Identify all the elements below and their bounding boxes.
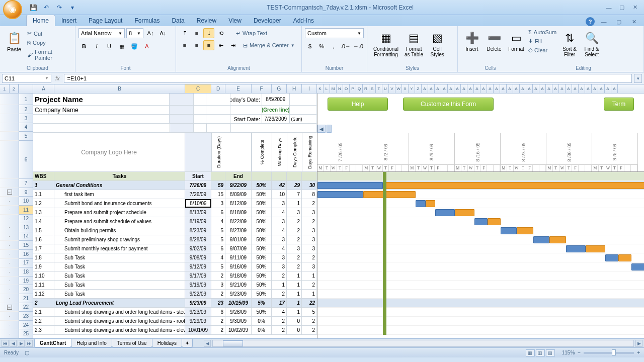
col-header-narrow[interactable]: A <box>605 84 611 93</box>
outline-column[interactable]: −············−··· <box>0 94 19 338</box>
name-box[interactable]: C11▼ <box>2 74 51 83</box>
zoom-level[interactable]: 115% <box>562 350 575 355</box>
col-header-c[interactable]: C <box>185 84 211 93</box>
format-painter-button[interactable]: 🖌Format Painter <box>25 48 72 62</box>
row-header[interactable]: 1 <box>19 94 33 105</box>
row-header[interactable]: 11 <box>19 206 33 215</box>
align-left-button[interactable]: ≡ <box>179 40 190 50</box>
col-header-narrow[interactable]: A <box>539 84 546 93</box>
tab-page-layout[interactable]: Page Layout <box>83 15 128 26</box>
fx-icon[interactable]: fx <box>53 75 62 81</box>
decrease-font-button[interactable]: A↓ <box>157 28 169 38</box>
col-header-narrow[interactable]: A <box>579 84 585 93</box>
decrease-decimal-button[interactable]: ←.0 <box>353 41 364 51</box>
row-header[interactable]: 5 <box>19 132 33 141</box>
col-header-narrow[interactable]: R <box>363 84 369 93</box>
col-header-narrow[interactable]: X <box>402 84 409 93</box>
font-color-button[interactable]: A <box>141 41 152 51</box>
col-header-narrow[interactable]: A <box>559 84 566 93</box>
col-header-narrow[interactable]: A <box>500 84 507 93</box>
zoom-out-button[interactable]: − <box>578 350 581 355</box>
number-format-select[interactable]: Custom▼ <box>305 28 364 38</box>
row-header[interactable]: 23 <box>19 312 33 321</box>
col-header-narrow[interactable]: A <box>513 84 520 93</box>
row-header[interactable]: 4 <box>19 123 33 132</box>
tab-review[interactable]: Review <box>191 15 222 26</box>
tab-insert[interactable]: Insert <box>55 15 83 26</box>
sort-filter-button[interactable]: ⇅Sort & Filter <box>558 28 581 61</box>
tab-developer[interactable]: Developer <box>248 15 287 26</box>
sheet-tab-holidays[interactable]: Holidays <box>152 339 182 347</box>
col-header-narrow[interactable]: U <box>382 84 389 93</box>
find-select-button[interactable]: 🔍Find & Select <box>581 28 603 61</box>
help-icon[interactable]: ? <box>586 17 595 26</box>
tab-data[interactable]: Data <box>166 15 190 26</box>
cell-styles-button[interactable]: ▧Cell Styles <box>426 28 448 61</box>
col-header-e[interactable]: E <box>225 84 252 93</box>
col-header-g[interactable]: G <box>272 84 287 93</box>
qat-dropdown-icon[interactable]: ▾ <box>67 3 77 12</box>
col-header-narrow[interactable]: A <box>494 84 500 93</box>
col-header-narrow[interactable]: A <box>461 84 467 93</box>
outline-level-header[interactable]: 12 <box>0 84 19 93</box>
col-header-narrow[interactable]: A <box>526 84 533 93</box>
row-header[interactable]: 9 <box>19 188 33 197</box>
col-header-narrow[interactable]: L <box>324 84 330 93</box>
row-header[interactable]: 18 <box>19 267 33 277</box>
formula-input[interactable]: =E10+1 <box>64 74 632 83</box>
col-header-narrow[interactable]: P <box>350 84 356 93</box>
next-sheet-button[interactable]: ▶ <box>18 340 25 347</box>
col-header-narrow[interactable]: A <box>507 84 513 93</box>
increase-indent-button[interactable]: ⇥ <box>227 40 238 50</box>
tab-home[interactable]: Home <box>26 15 55 26</box>
col-header-narrow[interactable]: A <box>448 84 454 93</box>
normal-view-button[interactable]: ▦ <box>526 349 535 356</box>
row-header[interactable]: 20 <box>19 285 33 294</box>
col-header-narrow[interactable]: A <box>592 84 598 93</box>
last-sheet-button[interactable]: ⏭ <box>26 340 33 347</box>
col-header-h[interactable]: H <box>287 84 302 93</box>
align-bottom-button[interactable]: ⤓ <box>203 28 214 38</box>
merge-center-button[interactable]: ⊟Merge & Center▼ <box>239 41 298 50</box>
col-header-b[interactable]: B <box>54 84 185 93</box>
percent-button[interactable]: % <box>316 41 327 51</box>
fill-color-button[interactable]: 🪣 <box>129 41 140 51</box>
autosum-button[interactable]: ΣAutoSum <box>526 28 558 36</box>
col-header-narrow[interactable]: A <box>598 84 605 93</box>
paste-button[interactable]: 📋 Paste <box>3 28 25 61</box>
col-header-a[interactable]: A <box>33 84 54 93</box>
row-header[interactable]: 12 <box>19 215 33 224</box>
sheet-tab-ganttchart[interactable]: GanttChart <box>34 339 71 347</box>
col-header-narrow[interactable]: Q <box>356 84 363 93</box>
row-header[interactable]: 2 <box>19 105 33 114</box>
increase-font-button[interactable]: A↑ <box>145 28 156 38</box>
fill-button[interactable]: ⬇Fill <box>526 37 558 45</box>
col-header-narrow[interactable]: A <box>546 84 552 93</box>
col-header-narrow[interactable]: A <box>480 84 487 93</box>
maximize-button[interactable]: ▢ <box>616 3 628 12</box>
col-header-narrow[interactable]: N <box>337 84 343 93</box>
orientation-button[interactable]: ⟲ <box>215 28 226 38</box>
row-header[interactable]: 24 <box>19 321 33 330</box>
col-header-narrow[interactable]: A <box>533 84 539 93</box>
border-button[interactable]: ▦ <box>116 41 127 51</box>
wrap-text-button[interactable]: ↵Wrap Text <box>232 29 271 38</box>
expand-formula-bar-button[interactable]: ▾ <box>634 74 642 83</box>
page-layout-view-button[interactable]: ▥ <box>536 349 545 356</box>
row-header[interactable]: 17 <box>19 259 33 268</box>
bold-button[interactable]: B <box>78 41 90 51</box>
ribbon-close-icon[interactable]: ✕ <box>628 17 640 26</box>
col-header-narrow[interactable]: O <box>343 84 350 93</box>
row-header[interactable]: 10 <box>19 197 33 206</box>
font-name-select[interactable]: Arial Narrow▼ <box>78 28 125 38</box>
col-header-narrow[interactable]: A <box>552 84 559 93</box>
col-header-narrow[interactable]: Z <box>415 84 422 93</box>
comma-button[interactable]: , <box>329 41 339 51</box>
col-header-narrow[interactable]: W <box>395 84 402 93</box>
zoom-in-button[interactable]: + <box>637 350 640 355</box>
tab-formulas[interactable]: Formulas <box>128 15 166 26</box>
col-header-narrow[interactable]: Y <box>409 84 415 93</box>
col-header-narrow[interactable]: A <box>566 84 572 93</box>
row-header[interactable]: 14 <box>19 232 33 241</box>
customize-button[interactable]: Customize this Form <box>403 98 494 111</box>
